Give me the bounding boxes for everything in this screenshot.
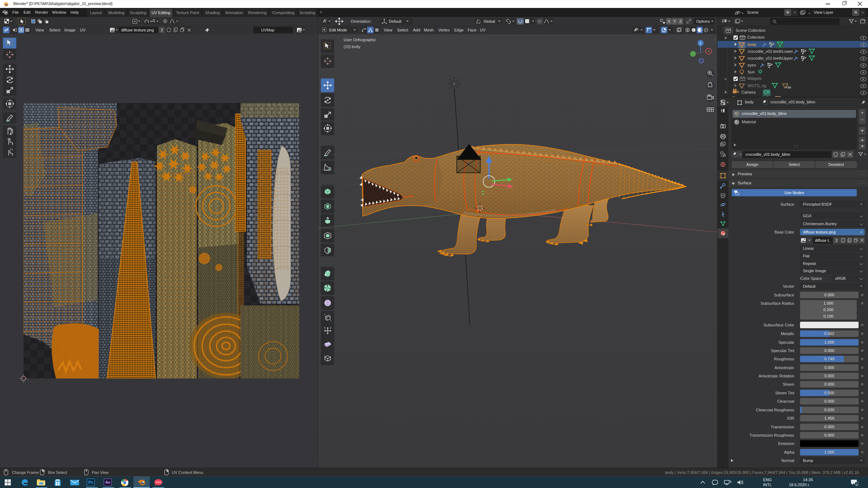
svg-text:X: X (708, 50, 710, 53)
svg-text:Scene Collection: Scene Collection (736, 28, 766, 33)
svg-text:eyes: eyes (748, 63, 756, 67)
svg-text:body: body (748, 42, 756, 47)
svg-text:+99: +99 (786, 86, 791, 89)
svg-text:crocodile_v01:teethLower: crocodile_v01:teethLower (748, 49, 793, 53)
svg-text:Collection: Collection (747, 35, 765, 39)
svg-text:crocodile_v01:teethUpper: crocodile_v01:teethUpper (748, 56, 793, 60)
svg-text:Z: Z (699, 42, 701, 45)
svg-text:Widgets: Widgets (747, 76, 762, 81)
svg-text:1: 1 (856, 482, 858, 486)
svg-text:Sun: Sun (748, 70, 755, 74)
svg-text:Camera: Camera (741, 90, 756, 94)
svg-text:WGTS_rig: WGTS_rig (748, 84, 766, 88)
